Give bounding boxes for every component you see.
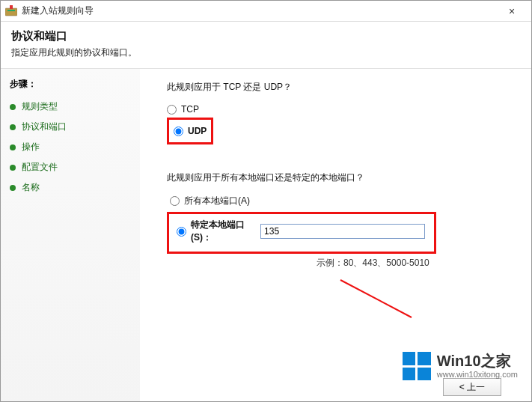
page-subtitle: 指定应用此规则的协议和端口。 — [11, 46, 521, 59]
bullet-icon — [10, 185, 16, 191]
sidebar-item-name[interactable]: 名称 — [10, 179, 132, 196]
steps-sidebar: 步骤： 规则类型 协议和端口 操作 配置文件 名称 — [1, 69, 140, 402]
close-button[interactable]: × — [497, 5, 527, 17]
radio-specific-wrap: 特定本地端口(S)： — [177, 219, 248, 244]
radio-all-ports[interactable] — [170, 196, 180, 206]
sidebar-item-label: 规则类型 — [22, 100, 58, 113]
titlebar: 新建入站规则向导 × — [1, 1, 531, 22]
sidebar-item-profile[interactable]: 配置文件 — [10, 159, 132, 176]
highlight-udp: UDP — [167, 118, 213, 144]
back-button[interactable]: < 上一 — [443, 378, 501, 396]
protocol-question: 此规则应用于 TCP 还是 UDP？ — [167, 81, 509, 94]
sidebar-item-rule-type[interactable]: 规则类型 — [10, 98, 132, 115]
radio-specific-port-row: 特定本地端口(S)： — [177, 219, 425, 244]
sidebar-item-label: 名称 — [22, 181, 40, 194]
svg-line-3 — [340, 280, 412, 317]
sidebar-item-label: 配置文件 — [22, 161, 58, 174]
bullet-icon — [10, 124, 16, 130]
bullet-icon — [10, 104, 16, 110]
windows-logo-icon — [403, 352, 431, 380]
radio-all-ports-row: 所有本地端口(A) — [170, 195, 509, 207]
watermark-brand: Win10之家 — [437, 352, 518, 370]
radio-specific-port[interactable] — [177, 227, 186, 237]
port-example-text: 示例：80、443、5000-5010 — [317, 257, 509, 269]
svg-rect-0 — [5, 8, 17, 16]
port-question: 此规则应用于所有本地端口还是特定的本地端口？ — [167, 171, 509, 184]
radio-udp-row: UDP — [174, 126, 207, 136]
radio-tcp-label: TCP — [181, 104, 199, 115]
app-icon — [5, 5, 17, 17]
watermark-text: Win10之家 www.win10xitong.com — [437, 352, 518, 380]
bullet-icon — [10, 144, 16, 150]
svg-rect-2 — [7, 10, 15, 11]
steps-heading: 步骤： — [10, 78, 132, 91]
radio-udp[interactable] — [174, 127, 183, 136]
watermark-url: www.win10xitong.com — [437, 370, 518, 380]
port-section: 此规则应用于所有本地端口还是特定的本地端口？ 所有本地端口(A) 特定本地端口(… — [167, 171, 509, 269]
watermark: Win10之家 www.win10xitong.com — [403, 352, 518, 380]
highlight-specific-port: 特定本地端口(S)： — [167, 212, 436, 254]
radio-tcp[interactable] — [167, 105, 177, 115]
sidebar-item-action[interactable]: 操作 — [10, 138, 132, 156]
window-title: 新建入站规则向导 — [22, 4, 497, 17]
radio-tcp-row: TCP — [167, 104, 509, 115]
wizard-header: 协议和端口 指定应用此规则的协议和端口。 — [1, 22, 531, 69]
sidebar-item-label: 操作 — [22, 141, 40, 153]
page-title: 协议和端口 — [11, 29, 521, 43]
port-input[interactable] — [260, 224, 425, 239]
wizard-footer: < 上一 — [140, 378, 531, 396]
radio-specific-port-label: 特定本地端口(S)： — [191, 219, 248, 244]
sidebar-item-protocol-port[interactable]: 协议和端口 — [10, 118, 132, 135]
sidebar-item-label: 协议和端口 — [22, 121, 67, 133]
svg-rect-1 — [10, 5, 13, 9]
bullet-icon — [10, 165, 16, 171]
radio-udp-label: UDP — [188, 126, 207, 136]
annotation-arrow — [329, 276, 419, 321]
radio-all-ports-label: 所有本地端口(A) — [184, 195, 250, 207]
